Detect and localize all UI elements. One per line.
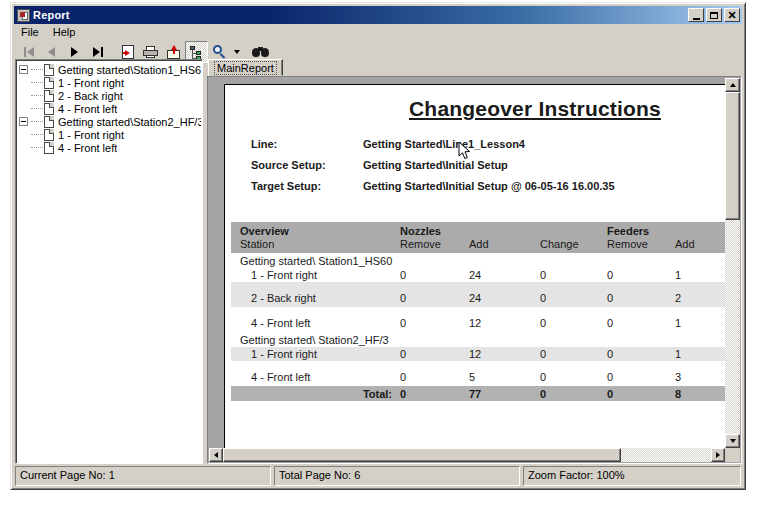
row-value: 0: [607, 292, 675, 304]
table-group-row: Getting started\ Station1_HS60: [231, 253, 725, 268]
vertical-scroll-thumb[interactable]: [725, 92, 740, 220]
col-nozzles: Nozzles: [400, 225, 469, 237]
tree-node[interactable]: Getting started\Station1_HS60: [17, 63, 201, 76]
status-current-page: Current Page No: 1: [15, 466, 271, 486]
tree-leaf[interactable]: 1 - Front right: [17, 76, 201, 89]
report-table-body: Getting started\ Station1_HS601 - Front …: [231, 253, 725, 401]
horizontal-scrollbar[interactable]: [209, 448, 725, 462]
tree-node-label: Getting started\Station2_HF/3: [58, 116, 201, 128]
tab-mainreport[interactable]: MainReport: [208, 59, 283, 76]
group-tree-panel: Getting started\Station1_HS601 - Front r…: [15, 59, 203, 464]
row-value: 12: [469, 317, 540, 329]
report-node-icon: [44, 90, 54, 102]
tree-connector: [31, 121, 43, 122]
prev-page-icon: [48, 47, 55, 57]
status-zoom-factor: Zoom Factor: 100%: [523, 466, 741, 486]
status-bar: Current Page No: 1 Total Page No: 6 Zoom…: [15, 466, 741, 486]
report-node-icon: [44, 64, 54, 76]
report-app-icon: [17, 9, 30, 22]
minimize-icon: [693, 18, 700, 20]
table-row: 1 - Front right012001: [231, 347, 725, 361]
goto-page-icon: [122, 45, 134, 59]
collapse-icon[interactable]: [19, 117, 28, 126]
report-viewer: Changeover Instructions Line: Getting St…: [207, 76, 742, 464]
table-group-row: Getting started\ Station2_HF/3: [231, 332, 725, 347]
row-label: Total:: [231, 388, 400, 400]
row-label: Getting started\ Station1_HS60: [231, 255, 725, 267]
row-value: 0: [540, 388, 607, 400]
col-feeders-add: Add: [675, 238, 725, 250]
close-button[interactable]: ✕: [724, 8, 740, 22]
scroll-right-icon: [716, 452, 720, 458]
report-node-icon: [44, 103, 54, 115]
row-value: 5: [469, 371, 540, 383]
tree-connector: [31, 82, 43, 83]
tree-connector: [31, 69, 43, 70]
find-binoculars-icon: [252, 46, 269, 58]
menu-file[interactable]: File: [14, 25, 46, 39]
scroll-right-button[interactable]: [711, 448, 725, 462]
tree-connector: [31, 147, 43, 148]
title-bar[interactable]: Report ✕: [14, 6, 742, 24]
menu-bar: File Help: [14, 24, 742, 40]
zoom-dropdown-arrow-icon: [234, 50, 240, 54]
meta-target-setup: Target Setup: Getting Started\Initial Se…: [251, 180, 615, 201]
tree-leaf[interactable]: 2 - Back right: [17, 89, 201, 102]
report-node-icon: [44, 129, 54, 141]
maximize-button[interactable]: [706, 8, 722, 22]
tree-connector: [31, 108, 43, 109]
vertical-scrollbar[interactable]: [725, 78, 740, 448]
row-value: 0: [607, 348, 675, 360]
report-title: Changeover Instructions: [225, 97, 725, 121]
tree-leaf-label: 1 - Front right: [58, 129, 124, 141]
row-value: 0: [400, 371, 469, 383]
row-label: 1 - Front right: [231, 348, 400, 360]
row-value: 0: [540, 371, 607, 383]
tree-connector: [31, 134, 43, 135]
window-title: Report: [33, 9, 688, 21]
first-page-icon: [24, 47, 34, 57]
tree-connector: [31, 95, 43, 96]
tree-leaf-label: 2 - Back right: [58, 90, 123, 102]
col-change: Change: [540, 238, 607, 250]
tree-leaf[interactable]: 4 - Front left: [17, 141, 201, 154]
meta-source-setup: Source Setup: Getting Started\Initial Se…: [251, 159, 615, 180]
tree-leaf[interactable]: 1 - Front right: [17, 128, 201, 141]
row-value: 0: [607, 317, 675, 329]
scroll-up-button[interactable]: [725, 78, 740, 92]
next-page-icon: [71, 47, 78, 57]
col-feeders-remove: Remove: [607, 238, 675, 250]
row-value: 0: [607, 388, 675, 400]
last-page-icon: [93, 47, 103, 57]
report-node-icon: [44, 77, 54, 89]
scroll-left-button[interactable]: [209, 448, 223, 462]
row-value: 0: [400, 348, 469, 360]
horizontal-scroll-thumb[interactable]: [223, 448, 621, 462]
scroll-down-button[interactable]: [725, 434, 740, 448]
col-overview: Overview: [231, 225, 400, 237]
table-row: 4 - Front left012001: [231, 307, 725, 332]
collapse-icon[interactable]: [19, 65, 28, 74]
minimize-button[interactable]: [688, 8, 704, 22]
scroll-down-icon: [730, 439, 736, 443]
scrollbar-corner: [725, 448, 740, 462]
close-icon: ✕: [727, 10, 736, 20]
row-value: 3: [675, 371, 725, 383]
report-window: Report ✕ File Help: [10, 2, 746, 490]
row-label: 4 - Front left: [231, 371, 400, 383]
tree-leaf-label: 4 - Front left: [58, 142, 117, 154]
table-row: 2 - Back right024002: [231, 282, 725, 307]
tree-node[interactable]: Getting started\Station2_HF/3: [17, 115, 201, 128]
menu-help[interactable]: Help: [46, 25, 83, 39]
overview-table: Overview Nozzles Feeders Station Remove: [231, 222, 725, 401]
export-icon: [167, 45, 180, 59]
row-value: 8: [675, 388, 725, 400]
row-label: 1 - Front right: [231, 269, 400, 281]
print-icon: [143, 46, 158, 58]
row-value: 0: [400, 317, 469, 329]
tree-node-label: Getting started\Station1_HS60: [58, 64, 201, 76]
tree-leaf[interactable]: 4 - Front left: [17, 102, 201, 115]
row-label: Getting started\ Station2_HF/3: [231, 334, 725, 346]
table-header: Overview Nozzles Feeders Station Remove: [231, 222, 725, 253]
row-value: 1: [675, 269, 725, 281]
